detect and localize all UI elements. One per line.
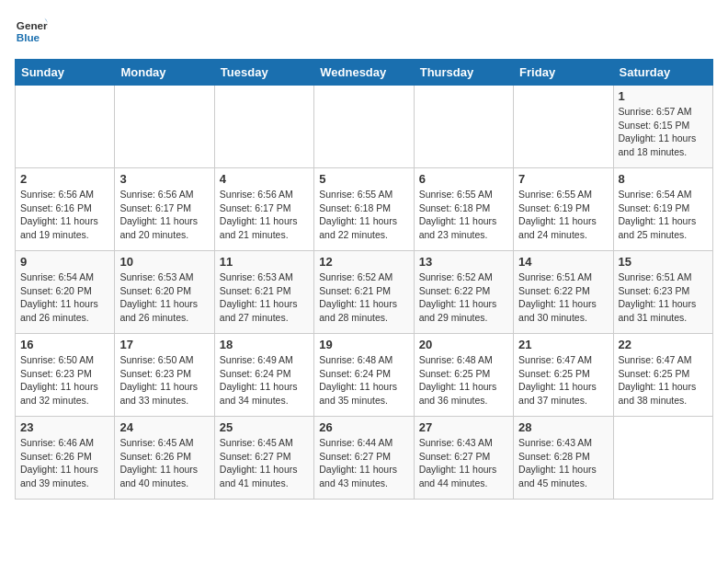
- day-info: Sunrise: 6:51 AM Sunset: 6:23 PM Dayligh…: [619, 270, 708, 325]
- calendar-cell: 1Sunrise: 6:57 AM Sunset: 6:15 PM Daylig…: [613, 86, 712, 168]
- day-number: 25: [220, 420, 309, 434]
- page-header: General Blue: [15, 15, 713, 48]
- weekday-header-monday: Monday: [115, 60, 214, 86]
- day-info: Sunrise: 6:43 AM Sunset: 6:27 PM Dayligh…: [419, 436, 508, 490]
- calendar-week-3: 9Sunrise: 6:54 AM Sunset: 6:20 PM Daylig…: [16, 251, 713, 334]
- calendar-cell: 28Sunrise: 6:43 AM Sunset: 6:28 PM Dayli…: [514, 417, 613, 500]
- day-info: Sunrise: 6:55 AM Sunset: 6:18 PM Dayligh…: [319, 188, 408, 242]
- day-number: 6: [419, 172, 508, 186]
- calendar-header: SundayMondayTuesdayWednesdayThursdayFrid…: [16, 60, 713, 86]
- day-number: 1: [619, 89, 708, 103]
- day-info: Sunrise: 6:47 AM Sunset: 6:25 PM Dayligh…: [619, 353, 708, 408]
- calendar-cell: 8Sunrise: 6:54 AM Sunset: 6:19 PM Daylig…: [613, 168, 712, 251]
- day-info: Sunrise: 6:55 AM Sunset: 6:19 PM Dayligh…: [518, 188, 608, 242]
- day-info: Sunrise: 6:45 AM Sunset: 6:26 PM Dayligh…: [119, 436, 209, 490]
- calendar-week-2: 2Sunrise: 6:56 AM Sunset: 6:16 PM Daylig…: [16, 168, 713, 251]
- calendar-cell: 11Sunrise: 6:53 AM Sunset: 6:21 PM Dayli…: [214, 251, 313, 334]
- calendar-cell: 17Sunrise: 6:50 AM Sunset: 6:23 PM Dayli…: [115, 334, 214, 417]
- day-info: Sunrise: 6:51 AM Sunset: 6:22 PM Dayligh…: [518, 270, 608, 325]
- calendar-cell: 7Sunrise: 6:55 AM Sunset: 6:19 PM Daylig…: [514, 168, 613, 251]
- calendar-cell: 23Sunrise: 6:46 AM Sunset: 6:26 PM Dayli…: [16, 417, 115, 500]
- day-info: Sunrise: 6:54 AM Sunset: 6:20 PM Dayligh…: [20, 270, 109, 325]
- weekday-header-tuesday: Tuesday: [214, 60, 313, 86]
- day-number: 18: [220, 338, 309, 351]
- calendar-table: SundayMondayTuesdayWednesdayThursdayFrid…: [15, 59, 713, 500]
- calendar-cell: [314, 86, 414, 168]
- day-info: Sunrise: 6:50 AM Sunset: 6:23 PM Dayligh…: [20, 353, 109, 408]
- calendar-cell: 19Sunrise: 6:48 AM Sunset: 6:24 PM Dayli…: [314, 334, 414, 417]
- calendar-cell: 16Sunrise: 6:50 AM Sunset: 6:23 PM Dayli…: [16, 334, 115, 417]
- calendar-cell: [214, 86, 313, 168]
- day-info: Sunrise: 6:52 AM Sunset: 6:22 PM Dayligh…: [419, 270, 508, 325]
- calendar-cell: 20Sunrise: 6:48 AM Sunset: 6:25 PM Dayli…: [414, 334, 513, 417]
- day-number: 17: [119, 338, 209, 351]
- calendar-week-4: 16Sunrise: 6:50 AM Sunset: 6:23 PM Dayli…: [16, 334, 713, 417]
- day-info: Sunrise: 6:46 AM Sunset: 6:26 PM Dayligh…: [20, 436, 109, 490]
- calendar-cell: 15Sunrise: 6:51 AM Sunset: 6:23 PM Dayli…: [613, 251, 712, 334]
- calendar-cell: [613, 417, 712, 500]
- day-number: 14: [518, 255, 608, 269]
- calendar-cell: 24Sunrise: 6:45 AM Sunset: 6:26 PM Dayli…: [115, 417, 214, 500]
- calendar-week-5: 23Sunrise: 6:46 AM Sunset: 6:26 PM Dayli…: [16, 417, 713, 500]
- day-info: Sunrise: 6:50 AM Sunset: 6:23 PM Dayligh…: [119, 353, 209, 408]
- calendar-week-1: 1Sunrise: 6:57 AM Sunset: 6:15 PM Daylig…: [16, 86, 713, 168]
- calendar-cell: 12Sunrise: 6:52 AM Sunset: 6:21 PM Dayli…: [314, 251, 414, 334]
- day-info: Sunrise: 6:55 AM Sunset: 6:18 PM Dayligh…: [419, 188, 508, 242]
- day-number: 10: [119, 255, 209, 269]
- day-info: Sunrise: 6:44 AM Sunset: 6:27 PM Dayligh…: [319, 436, 408, 490]
- weekday-header-wednesday: Wednesday: [314, 60, 414, 86]
- svg-text:Blue: Blue: [17, 31, 40, 43]
- day-number: 12: [319, 255, 408, 269]
- calendar-cell: 25Sunrise: 6:45 AM Sunset: 6:27 PM Dayli…: [214, 417, 313, 500]
- day-number: 11: [220, 255, 309, 269]
- day-info: Sunrise: 6:53 AM Sunset: 6:21 PM Dayligh…: [220, 270, 309, 325]
- day-info: Sunrise: 6:54 AM Sunset: 6:19 PM Dayligh…: [619, 188, 708, 242]
- day-number: 23: [20, 420, 109, 434]
- calendar-cell: 21Sunrise: 6:47 AM Sunset: 6:25 PM Dayli…: [514, 334, 613, 417]
- calendar-cell: 9Sunrise: 6:54 AM Sunset: 6:20 PM Daylig…: [16, 251, 115, 334]
- calendar-cell: [514, 86, 613, 168]
- calendar-cell: 2Sunrise: 6:56 AM Sunset: 6:16 PM Daylig…: [16, 168, 115, 251]
- day-number: 13: [419, 255, 508, 269]
- day-info: Sunrise: 6:48 AM Sunset: 6:25 PM Dayligh…: [419, 353, 508, 408]
- day-info: Sunrise: 6:47 AM Sunset: 6:25 PM Dayligh…: [518, 353, 608, 408]
- weekday-header-thursday: Thursday: [414, 60, 513, 86]
- day-number: 2: [20, 172, 109, 186]
- day-number: 4: [220, 172, 309, 186]
- day-number: 28: [518, 420, 608, 434]
- day-info: Sunrise: 6:56 AM Sunset: 6:17 PM Dayligh…: [220, 188, 309, 242]
- day-info: Sunrise: 6:49 AM Sunset: 6:24 PM Dayligh…: [220, 353, 309, 408]
- day-info: Sunrise: 6:43 AM Sunset: 6:28 PM Dayligh…: [518, 436, 608, 490]
- logo-icon: General Blue: [15, 15, 48, 48]
- day-info: Sunrise: 6:52 AM Sunset: 6:21 PM Dayligh…: [319, 270, 408, 325]
- calendar-cell: [414, 86, 513, 168]
- calendar-cell: 3Sunrise: 6:56 AM Sunset: 6:17 PM Daylig…: [115, 168, 214, 251]
- calendar-cell: 13Sunrise: 6:52 AM Sunset: 6:22 PM Dayli…: [414, 251, 513, 334]
- day-number: 24: [119, 420, 209, 434]
- calendar-cell: [16, 86, 115, 168]
- day-number: 21: [518, 338, 608, 351]
- calendar-cell: 26Sunrise: 6:44 AM Sunset: 6:27 PM Dayli…: [314, 417, 414, 500]
- calendar-cell: 27Sunrise: 6:43 AM Sunset: 6:27 PM Dayli…: [414, 417, 513, 500]
- day-info: Sunrise: 6:48 AM Sunset: 6:24 PM Dayligh…: [319, 353, 408, 408]
- day-info: Sunrise: 6:56 AM Sunset: 6:16 PM Dayligh…: [20, 188, 109, 242]
- day-number: 16: [20, 338, 109, 351]
- weekday-header-sunday: Sunday: [16, 60, 115, 86]
- day-number: 26: [319, 420, 408, 434]
- calendar-cell: 10Sunrise: 6:53 AM Sunset: 6:20 PM Dayli…: [115, 251, 214, 334]
- calendar-cell: 5Sunrise: 6:55 AM Sunset: 6:18 PM Daylig…: [314, 168, 414, 251]
- logo: General Blue: [15, 15, 48, 48]
- day-number: 27: [419, 420, 508, 434]
- calendar-cell: 18Sunrise: 6:49 AM Sunset: 6:24 PM Dayli…: [214, 334, 313, 417]
- day-number: 19: [319, 338, 408, 351]
- day-number: 7: [518, 172, 608, 186]
- day-info: Sunrise: 6:56 AM Sunset: 6:17 PM Dayligh…: [119, 188, 209, 242]
- day-number: 8: [619, 172, 708, 186]
- calendar-cell: 14Sunrise: 6:51 AM Sunset: 6:22 PM Dayli…: [514, 251, 613, 334]
- day-info: Sunrise: 6:45 AM Sunset: 6:27 PM Dayligh…: [220, 436, 309, 490]
- weekday-header-friday: Friday: [514, 60, 613, 86]
- day-number: 9: [20, 255, 109, 269]
- weekday-header-saturday: Saturday: [613, 60, 712, 86]
- day-number: 5: [319, 172, 408, 186]
- calendar-cell: [115, 86, 214, 168]
